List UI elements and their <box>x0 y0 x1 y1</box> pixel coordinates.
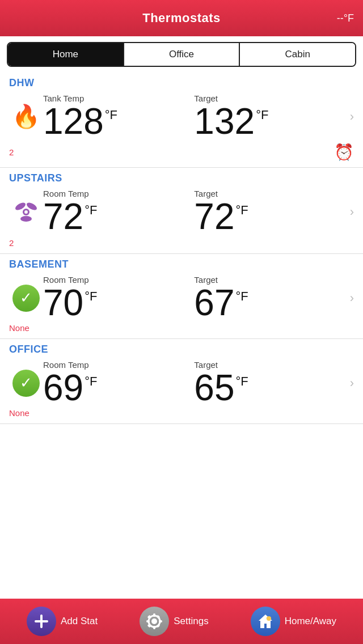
bottom-toolbar: Add Stat Settings <box>0 599 363 644</box>
section-dhw: DHW 🔥 Tank Temp 128 °F Target 132 °F <box>0 73 363 168</box>
svg-rect-10 <box>153 613 155 617</box>
upstairs-target-temp: Target 72 °F <box>194 189 345 235</box>
dhw-chevron: › <box>350 109 354 124</box>
dhw-target-value: 132 <box>194 103 255 139</box>
office-chevron: › <box>350 376 354 391</box>
upstairs-target-unit: °F <box>236 203 248 218</box>
upstairs-count: 2 <box>9 238 14 248</box>
section-office: OFFICE ✓ Room Temp 69 °F Target 65 °F <box>0 339 363 424</box>
tab-cabin[interactable]: Cabin <box>240 43 355 66</box>
settings-icon <box>140 607 169 636</box>
alarm-icon: ⏰ <box>334 143 354 162</box>
home-away-icon <box>251 607 280 636</box>
upstairs-room-value: 72 <box>43 198 83 235</box>
basement-room-temp: Room Temp 70 °F <box>43 275 194 321</box>
dhw-footer: 2 ⏰ <box>9 142 354 165</box>
upstairs-room-temp: Room Temp 72 °F <box>43 189 194 235</box>
add-stat-label: Add Stat <box>61 616 98 627</box>
section-upstairs: UPSTAIRS Room Temp <box>0 168 363 254</box>
section-dhw-title: DHW <box>9 77 354 89</box>
basement-target-value: 67 <box>194 285 234 321</box>
basement-room-value: 70 <box>43 285 83 321</box>
section-basement-title: BASEMENT <box>9 259 354 270</box>
section-upstairs-row[interactable]: Room Temp 72 °F Target 72 °F › <box>9 187 354 237</box>
add-stat-button[interactable]: Add Stat <box>27 607 98 636</box>
main-content: DHW 🔥 Tank Temp 128 °F Target 132 °F <box>0 73 363 472</box>
office-check-icon: ✓ <box>9 370 43 397</box>
svg-point-3 <box>20 216 32 222</box>
upstairs-temps: Room Temp 72 °F Target 72 °F <box>43 189 345 235</box>
home-away-button[interactable]: Home/Away <box>251 607 336 636</box>
office-target-temp: Target 65 °F <box>194 360 345 406</box>
section-office-row[interactable]: ✓ Room Temp 69 °F Target 65 °F <box>9 358 354 408</box>
tab-bar: Home Office Cabin <box>7 42 356 67</box>
section-upstairs-title: UPSTAIRS <box>9 172 354 184</box>
tab-home[interactable]: Home <box>8 43 124 66</box>
fan-icon <box>9 198 43 226</box>
home-away-label: Home/Away <box>285 616 336 627</box>
upstairs-chevron: › <box>350 205 354 219</box>
header-unit: --°F <box>337 12 354 24</box>
section-basement-row[interactable]: ✓ Room Temp 70 °F Target 67 °F <box>9 273 354 323</box>
basement-temps: Room Temp 70 °F Target 67 °F <box>43 275 345 321</box>
section-dhw-row[interactable]: 🔥 Tank Temp 128 °F Target 132 °F <box>9 91 354 142</box>
basement-check-icon: ✓ <box>9 285 43 312</box>
section-basement: BASEMENT ✓ Room Temp 70 °F Target 67 ° <box>0 254 363 339</box>
dhw-target-temp: Target 132 °F <box>194 94 345 139</box>
add-stat-icon <box>27 607 56 636</box>
dhw-tank-temp: Tank Temp 128 °F <box>43 94 194 139</box>
dhw-tank-value: 128 <box>43 103 104 139</box>
svg-marker-18 <box>259 615 272 628</box>
dhw-count: 2 <box>9 147 14 157</box>
section-office-title: OFFICE <box>9 344 354 355</box>
dhw-target-unit: °F <box>256 108 268 122</box>
app-header: Thermostats --°F <box>0 0 363 36</box>
settings-label: Settings <box>174 616 208 627</box>
upstairs-room-unit: °F <box>85 203 97 218</box>
office-temps: Room Temp 69 °F Target 65 °F <box>43 360 345 406</box>
flame-icon: 🔥 <box>9 103 43 130</box>
dhw-tank-unit: °F <box>105 108 117 122</box>
basement-target-temp: Target 67 °F <box>194 275 345 321</box>
svg-point-5 <box>24 210 28 214</box>
svg-rect-11 <box>153 626 155 629</box>
settings-button[interactable]: Settings <box>140 607 208 636</box>
basement-target-unit: °F <box>236 289 248 304</box>
upstairs-footer: 2 <box>9 237 354 251</box>
basement-none: None <box>9 323 354 336</box>
green-check-office: ✓ <box>12 370 40 397</box>
basement-chevron: › <box>350 291 354 306</box>
basement-room-unit: °F <box>85 289 97 304</box>
office-target-value: 65 <box>194 370 234 406</box>
office-room-value: 69 <box>43 370 83 406</box>
green-check-basement: ✓ <box>12 285 40 312</box>
upstairs-target-value: 72 <box>194 198 234 235</box>
office-none: None <box>9 408 354 421</box>
office-room-temp: Room Temp 69 °F <box>43 360 194 406</box>
tab-office[interactable]: Office <box>124 43 240 66</box>
svg-rect-12 <box>146 620 150 622</box>
office-room-unit: °F <box>85 374 97 389</box>
office-target-unit: °F <box>236 374 248 389</box>
dhw-temps: Tank Temp 128 °F Target 132 °F <box>43 94 345 139</box>
header-title: Thermostats <box>142 11 221 26</box>
svg-rect-13 <box>159 620 162 622</box>
svg-point-8 <box>151 618 157 624</box>
